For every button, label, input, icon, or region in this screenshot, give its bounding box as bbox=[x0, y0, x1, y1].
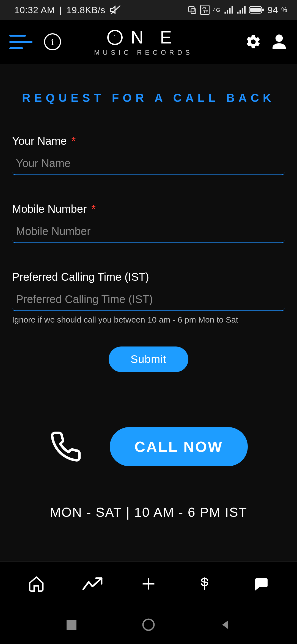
status-divider: | bbox=[59, 5, 62, 15]
app-header: i 1 N E MUSIC RECORDS bbox=[0, 20, 297, 64]
svg-rect-5 bbox=[67, 620, 76, 630]
phone-icon bbox=[49, 430, 82, 463]
brand-wordmark: 1 N E bbox=[107, 27, 180, 48]
brand-letter-n: N bbox=[131, 27, 152, 48]
status-bar: 10:32 AM | 19.8KB/s VoLTE 4G bbox=[0, 0, 297, 20]
sys-recent[interactable] bbox=[64, 617, 79, 632]
triangle-back-icon bbox=[220, 619, 231, 630]
trend-icon bbox=[81, 575, 103, 593]
network-type: 4G bbox=[213, 7, 220, 13]
submit-button[interactable]: Submit bbox=[109, 346, 189, 372]
name-required: * bbox=[72, 135, 76, 147]
gear-icon bbox=[245, 34, 262, 50]
business-hours: MON - SAT | 10 AM - 6 PM IST bbox=[12, 505, 285, 520]
mobile-input[interactable] bbox=[12, 222, 285, 243]
calltime-label: Preferred Calling Time (IST) bbox=[12, 271, 285, 283]
calltime-input[interactable] bbox=[12, 290, 285, 311]
nav-chat[interactable] bbox=[250, 573, 272, 595]
battery-icon bbox=[249, 6, 264, 14]
field-calltime: Preferred Calling Time (IST) Ignore if w… bbox=[12, 271, 285, 324]
svg-rect-1 bbox=[191, 9, 196, 13]
menu-button[interactable] bbox=[8, 29, 33, 54]
battery-pct-suffix: % bbox=[281, 6, 287, 14]
status-left: 10:32 AM | 19.8KB/s bbox=[14, 4, 121, 16]
brand-letter-e: E bbox=[160, 27, 180, 48]
mobile-required: * bbox=[91, 203, 96, 215]
status-time: 10:32 AM bbox=[14, 5, 55, 15]
system-nav bbox=[0, 605, 297, 644]
dollar-icon bbox=[198, 574, 211, 593]
call-row: CALL NOW bbox=[12, 427, 285, 466]
sys-back[interactable] bbox=[218, 617, 233, 632]
name-label: Your Name * bbox=[12, 135, 285, 147]
brand-o-icon: 1 bbox=[107, 30, 123, 45]
main-content: REQUEST FOR A CALL BACK Your Name * Mobi… bbox=[0, 64, 297, 520]
svg-rect-4 bbox=[262, 9, 264, 11]
volte-icon: VoLTE bbox=[200, 5, 210, 15]
call-now-button[interactable]: CALL NOW bbox=[110, 427, 248, 466]
svg-rect-3 bbox=[250, 8, 261, 12]
battery-pct: 94 bbox=[268, 5, 278, 15]
name-input[interactable] bbox=[12, 154, 285, 175]
status-net-speed: 19.8KB/s bbox=[66, 5, 105, 15]
nav-add[interactable] bbox=[138, 573, 160, 595]
calltime-label-text: Preferred Calling Time (IST) bbox=[12, 271, 149, 283]
sys-home[interactable] bbox=[141, 617, 156, 632]
svg-point-6 bbox=[143, 619, 154, 630]
mobile-label: Mobile Number * bbox=[12, 203, 285, 215]
profile-button[interactable] bbox=[270, 32, 289, 51]
mute-icon bbox=[110, 4, 121, 16]
home-icon bbox=[28, 575, 45, 593]
screen-cast-icon bbox=[188, 5, 197, 15]
mobile-label-text: Mobile Number bbox=[12, 203, 87, 215]
profile-icon bbox=[270, 33, 288, 51]
brand-logo: 1 N E MUSIC RECORDS bbox=[50, 27, 237, 56]
name-label-text: Your Name bbox=[12, 135, 67, 147]
signal-1-icon bbox=[224, 5, 233, 15]
nav-earnings[interactable] bbox=[194, 573, 216, 595]
settings-button[interactable] bbox=[244, 32, 263, 51]
app-bottom-nav bbox=[0, 561, 297, 605]
brand-subtitle: MUSIC RECORDS bbox=[94, 49, 193, 56]
plus-icon bbox=[140, 575, 157, 593]
circle-icon bbox=[142, 618, 155, 631]
chat-icon bbox=[252, 575, 269, 592]
field-mobile: Mobile Number * bbox=[12, 203, 285, 243]
page-title: REQUEST FOR A CALL BACK bbox=[12, 91, 285, 105]
calltime-hint: Ignore if we should call you between 10 … bbox=[12, 315, 285, 324]
field-name: Your Name * bbox=[12, 135, 285, 175]
signal-2-icon bbox=[236, 5, 246, 15]
square-icon bbox=[67, 620, 76, 630]
status-right: VoLTE 4G 94% bbox=[188, 5, 287, 15]
nav-home[interactable] bbox=[25, 573, 47, 595]
nav-trends[interactable] bbox=[81, 573, 103, 595]
